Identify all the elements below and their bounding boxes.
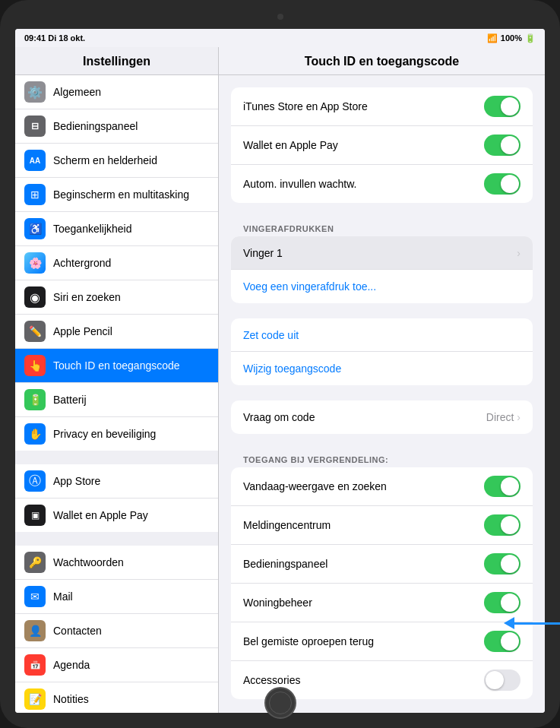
sidebar-item-label: Wallet en Apple Pay (53, 509, 148, 522)
sidebar-title: Instellingen (15, 47, 218, 75)
mail-icon: ✉ (24, 586, 46, 607)
add-fingerprint-link[interactable]: Voeg een vingerafdruk toe... (243, 280, 376, 293)
itunes-label: iTunes Store en App Store (243, 100, 368, 112)
sidebar-item-wallet[interactable]: ▣ Wallet en Apple Pay (15, 499, 218, 532)
sidebar-item-siri[interactable]: ◉ Siri en zoeken (15, 280, 218, 315)
callback-toggle[interactable] (484, 631, 520, 652)
sidebar-item-bedieningspaneel[interactable]: ⊟ Bedieningspaneel (15, 109, 218, 144)
sidebar-item-label: Apple Pencil (53, 325, 112, 338)
callback-label: Bel gemiste oproepen terug (243, 635, 374, 647)
finger1-label: Vinger 1 (243, 247, 283, 259)
notes-icon: 📝 (24, 688, 46, 710)
today-toggle[interactable] (484, 476, 520, 497)
arrow-line (514, 622, 560, 625)
notif-toggle[interactable] (484, 514, 520, 536)
sidebar-item-label: Achtergrond (53, 257, 111, 270)
battery-icon: 🔋 (24, 389, 46, 410)
sidebar-item-label: Agenda (53, 659, 90, 672)
change-code-link[interactable]: Wijzig toegangscode (243, 362, 341, 375)
control-toggle[interactable] (484, 553, 520, 574)
sidebar-item-label: Mail (53, 590, 73, 603)
today-label: Vandaag-weergave en zoeken (243, 480, 387, 492)
sidebar-item-notities[interactable]: 📝 Notities (15, 682, 218, 713)
sidebar-item-achtergrond[interactable]: 🌸 Achtergrond (15, 246, 218, 280)
chevron-right-icon: › (517, 411, 520, 423)
ask-code-value: Direct (486, 411, 514, 423)
fingerprint-group: Vinger 1 › Voeg een vingerafdruk toe... (231, 236, 533, 303)
set-code-link[interactable]: Zet code uit (243, 329, 299, 341)
wallet-label: Wallet en Apple Pay (243, 139, 338, 151)
sidebar-item-label: Notities (53, 693, 89, 706)
sidebar-group-2: Ⓐ App Store ▣ Wallet en Apple Pay (15, 464, 218, 532)
control-label: Bedieningspaneel (243, 558, 327, 570)
settings-row-itunes: iTunes Store en App Store (231, 87, 533, 126)
sidebar-item-label: App Store (53, 475, 100, 488)
gear-icon: ⚙️ (24, 81, 46, 103)
sidebar-item-appstore[interactable]: Ⓐ App Store (15, 464, 218, 499)
sidebar-item-toegankelijkheid[interactable]: ♿ Toegankelijkheid (15, 212, 218, 246)
home-button[interactable] (264, 687, 296, 719)
lock-toggles-group: Vandaag-weergave en zoeken Meldingencent… (231, 467, 533, 699)
main-content: iTunes Store en App Store Wallet en Appl… (219, 75, 545, 713)
sidebar-item-label: Touch ID en toegangscode (53, 359, 180, 372)
settings-row-autofill: Autom. invullen wachtw. (231, 165, 533, 203)
calendar-icon: 📅 (24, 654, 46, 676)
arrow-head-icon (504, 617, 514, 629)
home-grid-icon: ⊞ (24, 184, 46, 205)
sidebar-item-contacten[interactable]: 👤 Contacten (15, 614, 218, 648)
settings-row-wallet: Wallet en Apple Pay (231, 126, 533, 165)
pencil-icon: ✏️ (24, 321, 46, 342)
add-fingerprint-row[interactable]: Voeg een vingerafdruk toe... (231, 270, 533, 303)
sidebar-item-touchid[interactable]: 👆 Touch ID en toegangscode (15, 349, 218, 383)
wallet-toggle[interactable] (484, 135, 520, 156)
annotation-arrow (504, 617, 560, 629)
sidebar-item-label: Bedieningspaneel (53, 120, 138, 133)
home-button-ring (269, 692, 292, 714)
settings-row-today: Vandaag-weergave en zoeken (231, 467, 533, 506)
camera-dot (277, 14, 283, 20)
settings-row-home: Woningbeheer (231, 584, 533, 622)
sidebar-item-algemeen[interactable]: ⚙️ Algemeen (15, 75, 218, 109)
main-panel-title: Touch ID en toegangscode (219, 47, 545, 75)
sidebar-item-beginscherm[interactable]: ⊞ Beginscherm en multitasking (15, 178, 218, 212)
sidebar-item-mail[interactable]: ✉ Mail (15, 580, 218, 614)
sidebar-item-pencil[interactable]: ✏️ Apple Pencil (15, 315, 218, 349)
sidebar-item-label: Algemeen (53, 86, 101, 99)
accessories-toggle[interactable] (484, 669, 520, 691)
status-bar: 09:41 Di 18 okt. 📶 100% 🔋 (15, 29, 545, 47)
autofill-toggle[interactable] (484, 173, 520, 195)
fingerprint-row[interactable]: Vinger 1 › (231, 236, 533, 270)
sidebar-item-privacy[interactable]: ✋ Privacy en beveiliging (15, 417, 218, 451)
itunes-toggle[interactable] (484, 96, 520, 117)
sidebar-item-wachtwoorden[interactable]: 🔑 Wachtwoorden (15, 546, 218, 580)
battery-icon: 🔋 (525, 33, 536, 43)
ask-code-value-container: Direct › (486, 411, 520, 423)
contacts-icon: 👤 (24, 620, 46, 641)
display-icon: AA (24, 150, 46, 171)
control-icon: ⊟ (24, 116, 46, 137)
sidebar-group-1: ⚙️ Algemeen ⊟ Bedieningspaneel AA Scherm… (15, 75, 218, 451)
screen: 09:41 Di 18 okt. 📶 100% 🔋 Instellingen ⚙… (15, 29, 545, 713)
sidebar-item-label: Siri en zoeken (53, 291, 121, 304)
sidebar-item-label: Toegankelijkheid (53, 223, 132, 236)
home-toggle[interactable] (484, 592, 520, 613)
lock-section-title: TOEGANG BIJ VERGRENDELING: (231, 449, 533, 467)
sidebar-item-batterij[interactable]: 🔋 Batterij (15, 383, 218, 417)
status-right: 📶 100% 🔋 (487, 33, 536, 43)
siri-icon: ◉ (24, 286, 46, 308)
sidebar: Instellingen ⚙️ Algemeen ⊟ Bedieningspan… (15, 47, 219, 713)
sidebar-divider-2 (15, 532, 218, 546)
sidebar-item-label: Contacten (53, 625, 102, 638)
set-code-row[interactable]: Zet code uit (231, 318, 533, 352)
appstore-icon: Ⓐ (24, 470, 46, 492)
main-panel: Touch ID en toegangscode iTunes Store en… (219, 47, 545, 713)
ask-code-row[interactable]: Vraag om code Direct › (231, 400, 533, 434)
change-code-row[interactable]: Wijzig toegangscode (231, 352, 533, 385)
battery-percent: 100% (501, 33, 522, 43)
status-time: 09:41 Di 18 okt. (24, 33, 85, 43)
sidebar-item-scherm[interactable]: AA Scherm en helderheid (15, 144, 218, 178)
ask-code-label: Vraag om code (243, 411, 315, 423)
sidebar-item-agenda[interactable]: 📅 Agenda (15, 648, 218, 682)
sidebar-item-label: Wachtwoorden (53, 556, 124, 569)
code-links-group: Zet code uit Wijzig toegangscode (231, 318, 533, 385)
